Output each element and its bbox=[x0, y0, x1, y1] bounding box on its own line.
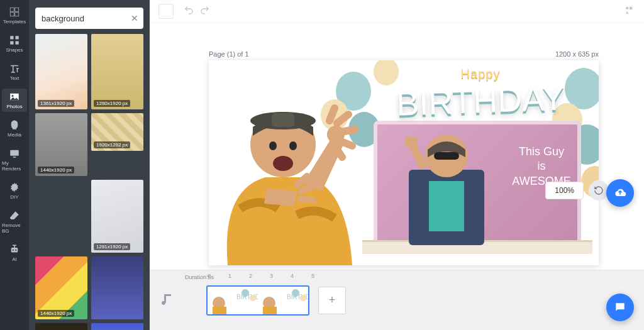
svg-rect-1 bbox=[15, 8, 19, 11]
search-wrap: ✕ bbox=[35, 8, 143, 29]
tool-label: My Renders bbox=[2, 160, 27, 172]
timeline-frames[interactable]: BIRTHDAY BIRTHDAY bbox=[206, 285, 309, 316]
svg-point-27 bbox=[273, 156, 293, 171]
search-input[interactable] bbox=[35, 8, 143, 29]
renders-icon bbox=[9, 148, 20, 159]
tool-photos[interactable]: Photos bbox=[2, 89, 27, 112]
tool-text[interactable]: Text bbox=[2, 60, 27, 84]
svg-rect-6 bbox=[10, 41, 13, 45]
layers-icon[interactable] bbox=[624, 4, 635, 18]
svg-point-28 bbox=[327, 126, 345, 143]
tool-label: Media bbox=[8, 132, 21, 138]
asset-panel: ✕ 1361x1920 px1280x1920 px1440x1920 px19… bbox=[29, 0, 150, 330]
frame-thumb[interactable]: BIRTHDAY bbox=[208, 287, 258, 314]
page-dimensions: 1200 x 635 px bbox=[555, 50, 599, 58]
selection-box[interactable] bbox=[158, 4, 174, 19]
svg-point-8 bbox=[12, 95, 14, 97]
svg-rect-3 bbox=[15, 13, 19, 16]
svg-rect-7 bbox=[16, 41, 19, 45]
timeline-ticks: 012345 bbox=[208, 273, 314, 279]
svg-rect-5 bbox=[16, 36, 19, 39]
svg-rect-20 bbox=[434, 152, 459, 160]
templates-icon bbox=[9, 6, 20, 18]
thumb-dimensions: 1280x1920 px bbox=[94, 100, 130, 107]
svg-rect-40 bbox=[263, 307, 277, 314]
redo-button[interactable] bbox=[200, 5, 210, 18]
tool-label: DIY bbox=[10, 194, 18, 200]
svg-rect-12 bbox=[11, 248, 18, 253]
svg-rect-18 bbox=[429, 181, 464, 231]
photo-thumbnail[interactable]: 1440x1920 px bbox=[35, 113, 87, 176]
photo-thumbnail[interactable] bbox=[91, 323, 143, 330]
zoom-value[interactable]: 100% bbox=[545, 182, 584, 199]
photo-thumbnail[interactable]: 1920x1282 px bbox=[91, 113, 143, 151]
svg-point-14 bbox=[15, 250, 16, 251]
photo-thumbnail[interactable]: 1440x1920 px bbox=[35, 256, 87, 319]
svg-rect-0 bbox=[10, 8, 14, 11]
svg-point-36 bbox=[250, 295, 256, 301]
tool-my-renders[interactable]: My Renders bbox=[2, 145, 27, 174]
svg-point-41 bbox=[292, 289, 299, 297]
tool-templates[interactable]: Templates bbox=[2, 4, 27, 27]
svg-point-15 bbox=[626, 6, 629, 9]
gear-icon bbox=[9, 182, 20, 193]
svg-rect-16 bbox=[630, 6, 633, 9]
tool-remove-bg[interactable]: Remove BG bbox=[2, 207, 27, 236]
photo-thumbnail[interactable] bbox=[91, 256, 143, 319]
person-foreground bbox=[209, 83, 366, 265]
canvas[interactable]: Happy BIRTHDAY This Guy is AWESOME bbox=[209, 60, 599, 265]
export-button[interactable] bbox=[606, 179, 634, 207]
thumb-dimensions: 1361x1920 px bbox=[38, 100, 74, 107]
eraser-icon bbox=[9, 210, 20, 221]
reset-zoom-button[interactable] bbox=[589, 180, 609, 201]
svg-rect-21 bbox=[405, 137, 418, 147]
tool-diy[interactable]: DIY bbox=[2, 179, 27, 202]
tool-ai[interactable]: AI bbox=[2, 241, 27, 265]
undo-button[interactable] bbox=[184, 5, 194, 18]
canvas-area: Page (1) of 1 1200 x 635 px bbox=[150, 23, 644, 270]
photo-thumbnail[interactable]: 1920x1282 px bbox=[35, 323, 87, 330]
frame-thumb[interactable]: BIRTHDAY bbox=[258, 287, 308, 314]
top-toolbar bbox=[150, 0, 644, 23]
svg-rect-2 bbox=[10, 13, 14, 16]
thumb-dimensions: 1440x1920 px bbox=[38, 167, 74, 173]
tool-label: Text bbox=[10, 75, 19, 81]
tool-label: Remove BG bbox=[2, 223, 27, 234]
svg-point-26 bbox=[289, 141, 297, 150]
left-toolbar: Templates Shapes Text Photos Media My Re… bbox=[0, 0, 29, 330]
tool-label: Shapes bbox=[6, 47, 23, 53]
caption-line-2: is bbox=[494, 159, 589, 173]
thumb-dimensions: 1440x1920 px bbox=[38, 310, 74, 317]
thumbnail-grid: 1361x1920 px1280x1920 px1440x1920 px1920… bbox=[29, 34, 150, 330]
svg-rect-4 bbox=[10, 36, 13, 39]
person-in-frame bbox=[390, 126, 503, 245]
media-icon bbox=[9, 119, 20, 131]
happy-birthday-text: Happy BIRTHDAY bbox=[380, 67, 581, 120]
photos-icon bbox=[9, 91, 20, 102]
clear-search-icon[interactable]: ✕ bbox=[131, 13, 138, 23]
tool-label: Photos bbox=[7, 104, 23, 109]
chat-button[interactable] bbox=[606, 294, 634, 321]
svg-rect-24 bbox=[272, 113, 294, 127]
svg-rect-34 bbox=[213, 307, 226, 314]
svg-rect-9 bbox=[10, 150, 19, 156]
svg-point-25 bbox=[269, 141, 277, 150]
birthday-word: BIRTHDAY bbox=[379, 77, 582, 123]
svg-point-35 bbox=[242, 289, 249, 297]
photo-thumbnail[interactable]: 1280x1920 px bbox=[91, 34, 143, 109]
tool-media[interactable]: Media bbox=[2, 117, 27, 140]
svg-point-13 bbox=[13, 250, 14, 251]
caption-line-1: This Guy bbox=[494, 145, 589, 159]
shapes-icon bbox=[9, 35, 20, 46]
thumb-dimensions: 1281x1920 px bbox=[94, 243, 130, 250]
tool-label: Templates bbox=[3, 19, 26, 25]
photo-thumbnail[interactable]: 1361x1920 px bbox=[35, 34, 87, 109]
music-icon[interactable] bbox=[160, 292, 175, 309]
timeline: Duration:5s 012345 BIRTHDAY BIRTHDAY + bbox=[150, 270, 644, 330]
add-frame-button[interactable]: + bbox=[318, 287, 346, 314]
tool-shapes[interactable]: Shapes bbox=[2, 32, 27, 55]
photo-thumbnail[interactable]: 1281x1920 px bbox=[91, 180, 143, 253]
svg-point-42 bbox=[300, 295, 306, 301]
robot-icon bbox=[9, 244, 20, 255]
text-icon bbox=[9, 63, 20, 74]
